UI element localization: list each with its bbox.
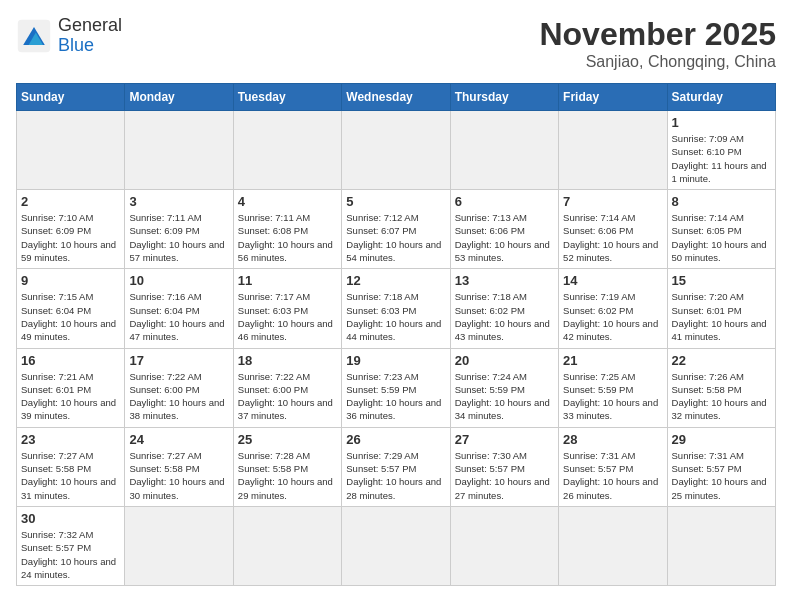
day-number: 28 [563,432,662,447]
day-info: Sunrise: 7:14 AM Sunset: 6:05 PM Dayligh… [672,211,771,264]
calendar-cell: 12Sunrise: 7:18 AM Sunset: 6:03 PM Dayli… [342,269,450,348]
calendar-cell: 26Sunrise: 7:29 AM Sunset: 5:57 PM Dayli… [342,427,450,506]
calendar-row-0: 1Sunrise: 7:09 AM Sunset: 6:10 PM Daylig… [17,111,776,190]
calendar-cell [450,506,558,585]
day-number: 4 [238,194,337,209]
month-title: November 2025 [539,16,776,53]
day-number: 23 [21,432,120,447]
calendar-row-3: 16Sunrise: 7:21 AM Sunset: 6:01 PM Dayli… [17,348,776,427]
calendar-cell: 24Sunrise: 7:27 AM Sunset: 5:58 PM Dayli… [125,427,233,506]
weekday-header-row: SundayMondayTuesdayWednesdayThursdayFrid… [17,84,776,111]
day-info: Sunrise: 7:22 AM Sunset: 6:00 PM Dayligh… [129,370,228,423]
calendar-cell: 10Sunrise: 7:16 AM Sunset: 6:04 PM Dayli… [125,269,233,348]
day-number: 30 [21,511,120,526]
header: GeneralBlue November 2025 Sanjiao, Chong… [16,16,776,71]
day-info: Sunrise: 7:11 AM Sunset: 6:09 PM Dayligh… [129,211,228,264]
weekday-tuesday: Tuesday [233,84,341,111]
calendar-cell: 13Sunrise: 7:18 AM Sunset: 6:02 PM Dayli… [450,269,558,348]
calendar-cell [559,111,667,190]
calendar-cell: 2Sunrise: 7:10 AM Sunset: 6:09 PM Daylig… [17,190,125,269]
logo-icon [16,18,52,54]
day-info: Sunrise: 7:23 AM Sunset: 5:59 PM Dayligh… [346,370,445,423]
day-info: Sunrise: 7:14 AM Sunset: 6:06 PM Dayligh… [563,211,662,264]
day-number: 22 [672,353,771,368]
calendar-cell [125,111,233,190]
day-info: Sunrise: 7:17 AM Sunset: 6:03 PM Dayligh… [238,290,337,343]
day-info: Sunrise: 7:31 AM Sunset: 5:57 PM Dayligh… [563,449,662,502]
day-number: 21 [563,353,662,368]
calendar-cell: 15Sunrise: 7:20 AM Sunset: 6:01 PM Dayli… [667,269,775,348]
day-number: 1 [672,115,771,130]
day-number: 29 [672,432,771,447]
day-number: 27 [455,432,554,447]
calendar-cell [233,506,341,585]
day-info: Sunrise: 7:27 AM Sunset: 5:58 PM Dayligh… [21,449,120,502]
calendar-cell: 3Sunrise: 7:11 AM Sunset: 6:09 PM Daylig… [125,190,233,269]
day-number: 16 [21,353,120,368]
calendar-cell [450,111,558,190]
calendar-row-1: 2Sunrise: 7:10 AM Sunset: 6:09 PM Daylig… [17,190,776,269]
logo: GeneralBlue [16,16,122,56]
day-info: Sunrise: 7:10 AM Sunset: 6:09 PM Dayligh… [21,211,120,264]
day-number: 14 [563,273,662,288]
day-number: 15 [672,273,771,288]
day-number: 6 [455,194,554,209]
day-info: Sunrise: 7:25 AM Sunset: 5:59 PM Dayligh… [563,370,662,423]
calendar-cell: 20Sunrise: 7:24 AM Sunset: 5:59 PM Dayli… [450,348,558,427]
day-number: 11 [238,273,337,288]
day-number: 12 [346,273,445,288]
day-info: Sunrise: 7:16 AM Sunset: 6:04 PM Dayligh… [129,290,228,343]
day-info: Sunrise: 7:21 AM Sunset: 6:01 PM Dayligh… [21,370,120,423]
calendar-cell: 22Sunrise: 7:26 AM Sunset: 5:58 PM Dayli… [667,348,775,427]
calendar-cell [342,111,450,190]
calendar-cell: 8Sunrise: 7:14 AM Sunset: 6:05 PM Daylig… [667,190,775,269]
calendar-cell: 17Sunrise: 7:22 AM Sunset: 6:00 PM Dayli… [125,348,233,427]
day-number: 9 [21,273,120,288]
calendar-cell: 11Sunrise: 7:17 AM Sunset: 6:03 PM Dayli… [233,269,341,348]
day-number: 24 [129,432,228,447]
day-number: 20 [455,353,554,368]
day-number: 19 [346,353,445,368]
calendar-cell: 14Sunrise: 7:19 AM Sunset: 6:02 PM Dayli… [559,269,667,348]
day-info: Sunrise: 7:18 AM Sunset: 6:03 PM Dayligh… [346,290,445,343]
day-number: 5 [346,194,445,209]
calendar-cell: 30Sunrise: 7:32 AM Sunset: 5:57 PM Dayli… [17,506,125,585]
day-info: Sunrise: 7:32 AM Sunset: 5:57 PM Dayligh… [21,528,120,581]
day-info: Sunrise: 7:24 AM Sunset: 5:59 PM Dayligh… [455,370,554,423]
day-number: 26 [346,432,445,447]
weekday-thursday: Thursday [450,84,558,111]
day-number: 7 [563,194,662,209]
calendar-cell: 7Sunrise: 7:14 AM Sunset: 6:06 PM Daylig… [559,190,667,269]
calendar-cell: 19Sunrise: 7:23 AM Sunset: 5:59 PM Dayli… [342,348,450,427]
calendar-cell: 16Sunrise: 7:21 AM Sunset: 6:01 PM Dayli… [17,348,125,427]
day-info: Sunrise: 7:20 AM Sunset: 6:01 PM Dayligh… [672,290,771,343]
day-number: 10 [129,273,228,288]
day-number: 13 [455,273,554,288]
day-info: Sunrise: 7:12 AM Sunset: 6:07 PM Dayligh… [346,211,445,264]
calendar-table: SundayMondayTuesdayWednesdayThursdayFrid… [16,83,776,586]
calendar-cell: 25Sunrise: 7:28 AM Sunset: 5:58 PM Dayli… [233,427,341,506]
day-info: Sunrise: 7:28 AM Sunset: 5:58 PM Dayligh… [238,449,337,502]
weekday-monday: Monday [125,84,233,111]
day-info: Sunrise: 7:15 AM Sunset: 6:04 PM Dayligh… [21,290,120,343]
day-info: Sunrise: 7:13 AM Sunset: 6:06 PM Dayligh… [455,211,554,264]
calendar-cell [667,506,775,585]
day-info: Sunrise: 7:09 AM Sunset: 6:10 PM Dayligh… [672,132,771,185]
day-number: 3 [129,194,228,209]
weekday-wednesday: Wednesday [342,84,450,111]
day-info: Sunrise: 7:30 AM Sunset: 5:57 PM Dayligh… [455,449,554,502]
calendar-cell: 21Sunrise: 7:25 AM Sunset: 5:59 PM Dayli… [559,348,667,427]
day-number: 18 [238,353,337,368]
calendar-cell: 6Sunrise: 7:13 AM Sunset: 6:06 PM Daylig… [450,190,558,269]
weekday-sunday: Sunday [17,84,125,111]
weekday-saturday: Saturday [667,84,775,111]
calendar-cell: 1Sunrise: 7:09 AM Sunset: 6:10 PM Daylig… [667,111,775,190]
day-info: Sunrise: 7:11 AM Sunset: 6:08 PM Dayligh… [238,211,337,264]
calendar-cell: 9Sunrise: 7:15 AM Sunset: 6:04 PM Daylig… [17,269,125,348]
calendar-cell [342,506,450,585]
calendar-row-5: 30Sunrise: 7:32 AM Sunset: 5:57 PM Dayli… [17,506,776,585]
day-info: Sunrise: 7:19 AM Sunset: 6:02 PM Dayligh… [563,290,662,343]
day-info: Sunrise: 7:22 AM Sunset: 6:00 PM Dayligh… [238,370,337,423]
calendar-cell: 29Sunrise: 7:31 AM Sunset: 5:57 PM Dayli… [667,427,775,506]
day-number: 25 [238,432,337,447]
